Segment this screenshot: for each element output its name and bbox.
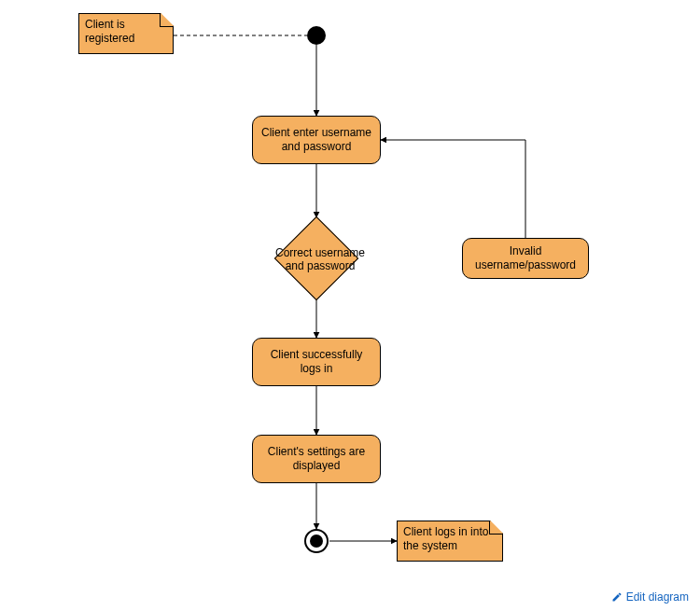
decision-check-credentials-label-wrap: Correct username and password: [270, 229, 371, 289]
note-precondition-text: Client is registered: [85, 18, 134, 45]
edge-invalid-to-enter: [381, 140, 525, 238]
start-node: [307, 26, 326, 45]
activity-enter-credentials-label: Client enter username and password: [259, 126, 374, 154]
pencil-icon: [611, 591, 623, 603]
note-postcondition: Client logs in into the system: [397, 521, 503, 562]
edit-diagram-link[interactable]: Edit diagram: [611, 590, 689, 604]
activity-settings-shown: Client's settings are displayed: [252, 435, 381, 483]
activity-enter-credentials: Client enter username and password: [252, 116, 381, 164]
end-node: [304, 529, 329, 553]
activity-settings-shown-label: Client's settings are displayed: [259, 445, 374, 473]
activity-invalid-label: Invalid username/password: [469, 244, 582, 272]
activity-login-success-label: Client successfully logs in: [259, 348, 374, 376]
activity-invalid: Invalid username/password: [462, 238, 589, 279]
note-precondition: Client is registered: [78, 13, 174, 54]
activity-login-success: Client successfully logs in: [252, 338, 381, 386]
flow-edges: [0, 0, 700, 611]
note-postcondition-text: Client logs in into the system: [403, 525, 488, 552]
decision-check-credentials-label: Correct username and password: [273, 246, 367, 273]
edit-diagram-label: Edit diagram: [626, 590, 689, 604]
